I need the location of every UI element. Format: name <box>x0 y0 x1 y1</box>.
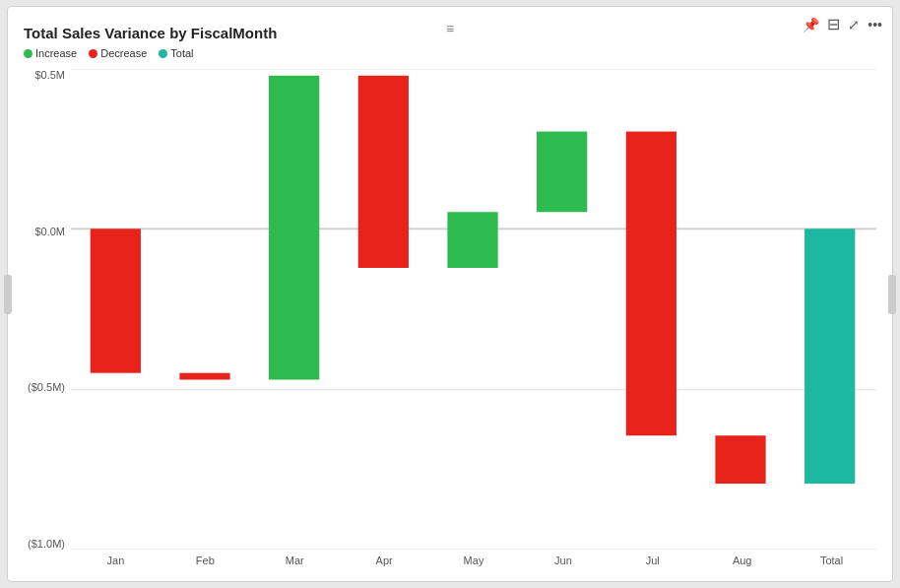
x-axis: Jan Feb Mar Apr May Jun Jul Aug Total <box>71 550 876 571</box>
legend-item-total: Total <box>159 47 193 59</box>
legend-label-increase: Increase <box>35 47 77 59</box>
x-label-may: May <box>429 550 519 571</box>
x-label-mar: Mar <box>250 550 340 571</box>
bar-feb <box>179 373 229 380</box>
chart-legend: Increase Decrease Total <box>24 47 876 59</box>
legend-dot-increase <box>24 49 32 58</box>
expand-icon[interactable]: ⤢ <box>848 17 860 33</box>
x-label-total: Total <box>787 550 876 571</box>
more-icon[interactable]: ••• <box>868 17 882 33</box>
legend-dot-decrease <box>89 49 97 58</box>
bar-jun <box>537 132 587 213</box>
chart-inner: Jan Feb Mar Apr May Jun Jul Aug Total <box>71 65 876 571</box>
chart-svg <box>71 69 876 550</box>
y-label-0m: $0.0M <box>34 226 65 237</box>
resize-handle-left[interactable] <box>4 275 12 314</box>
x-label-apr: Apr <box>340 550 429 571</box>
card-toolbar: 📌 ⊟ ⤢ ••• <box>803 15 882 33</box>
y-label-05m: $0.5M <box>34 69 65 81</box>
bar-apr <box>358 76 409 268</box>
x-label-feb: Feb <box>161 550 250 571</box>
legend-item-decrease: Decrease <box>89 47 147 59</box>
legend-dot-total <box>159 49 167 58</box>
bar-aug <box>715 435 765 484</box>
x-label-jan: Jan <box>71 550 161 571</box>
y-label-neg1m: ($1.0M) <box>28 538 65 550</box>
drag-handle[interactable]: ≡ <box>446 21 454 36</box>
x-label-jul: Jul <box>608 550 697 571</box>
bar-total <box>804 229 855 484</box>
x-label-jun: Jun <box>518 550 608 571</box>
pin-icon[interactable]: 📌 <box>803 17 819 33</box>
resize-handle-right[interactable] <box>888 275 896 314</box>
chart-card: ≡ 📌 ⊟ ⤢ ••• Total Sales Variance by Fisc… <box>7 6 893 582</box>
bar-mar <box>269 76 319 380</box>
legend-item-increase: Increase <box>24 47 77 59</box>
chart-area: $0.5M $0.0M ($0.5M) ($1.0M) <box>24 65 876 571</box>
x-label-aug: Aug <box>697 550 787 571</box>
bar-jul <box>626 132 676 436</box>
filter-icon[interactable]: ⊟ <box>827 15 840 33</box>
y-axis: $0.5M $0.0M ($0.5M) ($1.0M) <box>24 65 71 571</box>
bar-may <box>447 212 497 268</box>
bar-jan <box>91 229 141 372</box>
legend-label-total: Total <box>170 47 193 59</box>
y-label-neg05m: ($0.5M) <box>28 381 65 393</box>
legend-label-decrease: Decrease <box>100 47 147 59</box>
